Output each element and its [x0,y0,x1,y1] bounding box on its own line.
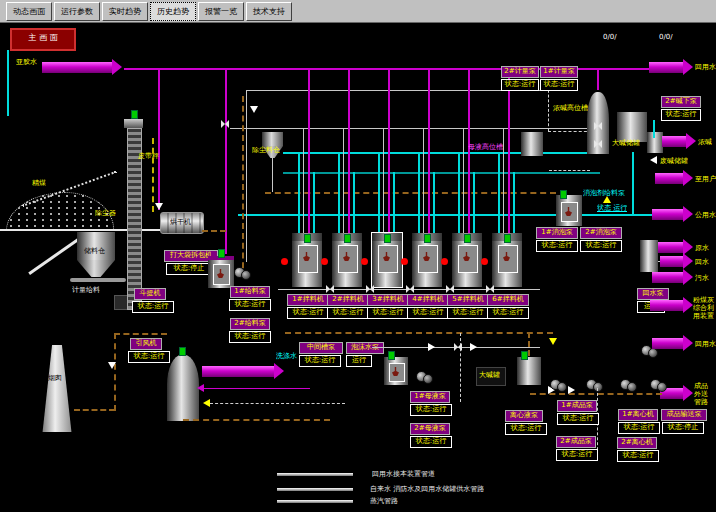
outlet-label: 回用水 [695,63,716,71]
legend-line-sample [277,473,353,476]
coal-hopper[interactable] [77,232,115,260]
transfer-pump-title: 成品输送泵 [661,409,707,421]
defoamer-led [560,190,567,199]
menu-button-support[interactable]: 技术支持 [246,2,292,21]
pipe [597,68,599,90]
flow-arrow-down [155,203,163,210]
coal-hopper-cone [77,260,115,277]
pipe-dashed [549,170,590,171]
pump-icon[interactable] [650,378,666,391]
alarm-dot [401,258,408,265]
menu-button-params[interactable]: 运行参数 [54,2,100,21]
alkali-head-tank-label: 浓碱高位槽 [553,104,588,112]
pipe [7,50,9,116]
pump1-metering-status: 状态:运行 [540,79,578,91]
coal-pile-label: 精煤 [32,179,46,187]
flow-arrow-down [108,362,116,369]
outlet-label: 浓碱 [698,138,716,146]
pipe-dashed [152,138,154,212]
alarm-dot [321,258,328,265]
pipe [433,172,435,233]
pump2-metering-status: 状态:运行 [501,79,539,91]
outlet-arrow-utility-water [652,209,683,220]
flow-arrow-left [650,156,657,164]
mother-liquor-head-tank[interactable] [521,132,543,156]
outlet-label: 粉煤灰 综合利 用装置 [693,296,716,322]
defoamer-pump1-title: 1#消泡泵 [536,227,578,239]
pipe [343,128,344,233]
pump-icon[interactable] [620,378,636,391]
legend-text: 回用水接本装置管道 [372,470,435,478]
flow-arrow-right [428,343,435,351]
pump-icon[interactable] [550,378,566,391]
centrifuge1-status: 状态:运行 [618,422,660,434]
centrifuge2-status: 状态:运行 [617,450,659,462]
pump-icon[interactable] [586,378,602,391]
pipe-dashed [548,85,549,131]
product-pump2-title: 2#成品泵 [556,436,596,448]
outlet-arrow-to-users [655,173,683,184]
scrubber-led [179,347,186,356]
pipe [158,68,160,210]
reactor-6-title: 6#拌料机 [487,294,529,306]
menu-button-history-trend[interactable]: 历史趋势 [150,2,196,21]
alarm-dot [481,258,488,265]
alkali-meter-label: 大碱罐 [479,371,500,379]
outlet-arrow-fly-ash [650,300,683,311]
pipe [183,419,330,421]
home-button[interactable]: 主 画 面 [10,28,76,51]
pipe [348,68,350,233]
valve-icon[interactable] [446,285,454,293]
flow-arrow-left [203,399,210,407]
mother-pump2-status: 状态:运行 [410,436,452,448]
pipe [298,152,300,233]
alarm-dot [441,258,448,265]
reactor-4-title: 4#拌料机 [407,294,449,306]
valve-icon[interactable] [454,343,462,351]
pipe [632,152,634,214]
reactor-2-title: 2#拌料机 [327,294,369,306]
pump-icon[interactable] [416,370,432,383]
outlet-label: 污水 [695,274,716,282]
defoamer-pump2-title: 2#消泡泵 [580,227,622,239]
menu-button-alarms[interactable]: 报警一览 [198,2,244,21]
valve-icon[interactable] [366,285,374,293]
menu-button-flow[interactable]: 动态画面 [6,2,52,21]
valve-icon[interactable] [221,120,229,128]
return-water-tank[interactable] [640,240,658,272]
defoamer-pump2-status: 状态:运行 [580,240,622,252]
valve-icon[interactable] [594,140,602,148]
pipe [353,172,355,233]
reactor-1-status: 状态:运行 [287,307,329,319]
mother-liquor-led [521,351,528,360]
pipe [204,388,310,389]
outlet-label: 公用水 [695,211,716,219]
pipe [285,332,553,334]
pipe [458,152,460,233]
menu-button-realtime-trend[interactable]: 实时趋势 [102,2,148,21]
fan-title: 引风机 [130,338,162,350]
alkali-storage-tank[interactable] [617,112,647,142]
pipe [418,152,420,233]
valve-icon[interactable] [594,122,602,130]
reactor-2-status: 状态:运行 [327,307,369,319]
pipe [313,172,315,233]
flow-arrow-down [549,338,557,345]
mother-pump1-title: 1#母液泵 [410,391,450,403]
valve-icon[interactable] [406,285,414,293]
outlet-label: 至用户 [695,175,716,183]
waste-alkali-tank[interactable] [647,132,663,153]
reactor-5-title: 5#拌料机 [447,294,489,306]
outlet-label: 回水 [695,258,716,266]
scrubber-tank[interactable] [167,355,199,421]
outlet-arrow-waste-water [652,272,683,283]
pump-icon[interactable] [234,266,250,279]
valve-icon[interactable] [326,285,334,293]
chimney-label: 烟囱 [48,374,62,382]
reactor-6-status: 状态:运行 [487,307,529,319]
valve-icon[interactable] [486,285,494,293]
pipe [283,172,600,174]
dust-bin-label: 除尘料仓 [252,146,280,154]
mother-liquor-tank[interactable] [517,357,541,385]
feed-pump1-status: 状态:运行 [229,299,271,311]
